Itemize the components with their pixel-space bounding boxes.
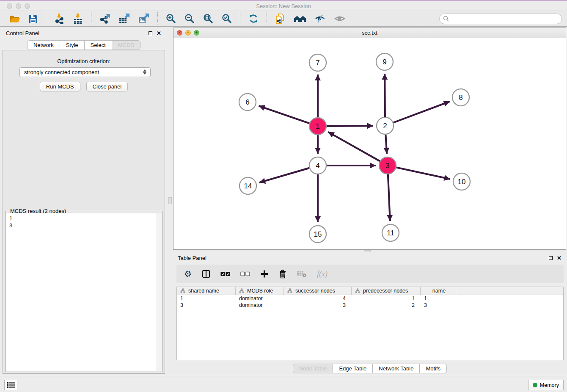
show-columns-button[interactable] [202, 270, 210, 278]
zoom-selected-button[interactable] [220, 12, 234, 25]
tab-select[interactable]: Select [85, 40, 112, 50]
graph-edge-4-14[interactable] [259, 168, 309, 182]
import-table-button[interactable] [71, 12, 85, 25]
splitter-grip[interactable] [364, 250, 371, 252]
graph-node-11[interactable]: 11 [382, 224, 399, 241]
tab-style[interactable]: Style [60, 40, 85, 50]
show-task-history-button[interactable] [4, 380, 17, 390]
node-label: 3 [385, 162, 389, 170]
graph-edge-3-11[interactable] [388, 174, 390, 221]
toolbar-separator [91, 12, 91, 25]
export-network-icon [99, 13, 111, 24]
network-close-button[interactable]: ✕ [177, 30, 182, 36]
import-network-icon [54, 13, 65, 24]
houses-icon [293, 14, 307, 24]
graph-node-6[interactable]: 6 [239, 94, 256, 110]
table-cell: dominator [236, 295, 284, 302]
table-body: 1dominator4113dominator323 [177, 295, 563, 309]
tab-node-table[interactable]: Node Table [293, 364, 333, 373]
clone-network-icon [275, 13, 286, 25]
graph-edge-3-10[interactable] [396, 167, 450, 179]
show-all-button[interactable] [332, 13, 347, 25]
close-panel-action-button[interactable]: Close panel [86, 82, 128, 91]
clone-network-button[interactable] [273, 12, 287, 25]
select-all-button[interactable] [220, 271, 230, 276]
minimize-window-button[interactable] [16, 3, 21, 9]
float-table-panel-button[interactable] [547, 256, 555, 260]
export-image-button[interactable] [136, 12, 151, 25]
table-row[interactable]: 1dominator411 [177, 295, 563, 302]
table-toolbar: ⚙ f(x) [176, 265, 564, 283]
column-header-MCDS-role[interactable]: MCDS role [236, 287, 284, 295]
graph-node-10[interactable]: 10 [453, 173, 470, 190]
result-scrollbar[interactable] [157, 213, 162, 371]
network-window-titlebar[interactable]: ✕ − + scc.txt [173, 28, 566, 38]
horizontal-splitter[interactable] [173, 250, 567, 253]
tab-network[interactable]: Network [27, 40, 60, 50]
first-neighbors-button[interactable] [292, 13, 308, 25]
criterion-select[interactable]: strongly connected component [19, 67, 151, 77]
export-network-button[interactable] [97, 12, 113, 25]
hide-selected-button[interactable] [313, 13, 328, 25]
column-header-name[interactable]: name [421, 287, 456, 295]
splitter-grip[interactable] [168, 197, 172, 204]
run-mcds-button[interactable]: Run MCDS [40, 82, 80, 91]
graph-node-9[interactable]: 9 [376, 53, 393, 70]
graph-node-8[interactable]: 8 [452, 89, 469, 106]
graph-edge-2-9[interactable] [385, 74, 385, 117]
import-network-button[interactable] [52, 12, 66, 25]
table-panel: Table Panel ✕ ⚙ f( [173, 253, 567, 376]
column-header-shared-name[interactable]: shared name [177, 287, 236, 295]
delete-column-button[interactable] [279, 270, 286, 279]
network-canvas[interactable]: 7968124314101511 [173, 38, 566, 249]
open-session-button[interactable] [7, 13, 22, 25]
graph-node-14[interactable]: 14 [239, 177, 256, 194]
search-input[interactable] [451, 15, 561, 23]
graph-node-1[interactable]: 1 [309, 118, 326, 135]
graph-edge-2-8[interactable] [394, 102, 450, 123]
criterion-selected-value: strongly connected component [24, 69, 99, 75]
float-panel-button[interactable] [146, 31, 154, 35]
control-panel-header: Control Panel ✕ [0, 27, 168, 39]
zoom-out-button[interactable] [182, 12, 197, 25]
close-panel-button[interactable]: ✕ [154, 30, 163, 36]
graph-node-7[interactable]: 7 [309, 54, 326, 71]
zoom-fit-button[interactable] [201, 12, 215, 25]
graph-node-15[interactable]: 15 [309, 226, 326, 243]
mcds-result-area[interactable]: 1 3 [6, 213, 162, 371]
trash-icon [279, 270, 286, 279]
tab-network-table[interactable]: Network Table [373, 364, 420, 373]
close-window-button[interactable] [7, 3, 12, 9]
graph-edge-3-1[interactable] [328, 132, 380, 161]
table-row[interactable]: 3dominator323 [177, 302, 563, 309]
network-maximize-button[interactable]: + [194, 30, 199, 36]
table-panel-title: Table Panel [178, 255, 547, 261]
graph-edge-2-3[interactable] [385, 135, 387, 154]
refresh-layout-button[interactable] [246, 12, 261, 25]
column-settings-button[interactable]: ⚙ [184, 270, 192, 278]
close-table-panel-button[interactable]: ✕ [555, 255, 564, 261]
graph-edge-1-2[interactable] [327, 126, 373, 126]
unchecked-boxes-icon [240, 271, 250, 276]
memory-status-dot [533, 383, 537, 387]
search-icon [443, 16, 449, 22]
graph-node-3[interactable]: 3 [379, 157, 396, 174]
save-session-button[interactable] [26, 13, 40, 25]
network-graph-svg: 7968124314101511 [173, 38, 566, 249]
graph-node-4[interactable]: 4 [309, 157, 326, 174]
deselect-all-button[interactable] [240, 271, 250, 276]
export-table-button[interactable] [117, 12, 132, 25]
graph-edge-1-6[interactable] [259, 106, 309, 123]
tab-mcds[interactable]: MCDS [112, 40, 140, 50]
memory-button[interactable]: Memory [528, 380, 564, 390]
zoom-in-button[interactable] [164, 12, 178, 25]
network-minimize-button[interactable]: − [185, 30, 191, 36]
tab-motifs[interactable]: Motifs [420, 364, 447, 373]
column-header-successor-nodes[interactable]: successor nodes [284, 287, 352, 295]
add-column-button[interactable] [260, 270, 269, 278]
zoom-window-button[interactable] [25, 3, 30, 9]
graph-node-2[interactable]: 2 [377, 117, 394, 134]
tab-edge-table[interactable]: Edge Table [333, 364, 373, 373]
node-label: 1 [316, 122, 319, 130]
column-header-predecessor-nodes[interactable]: predecessor nodes [352, 287, 421, 295]
